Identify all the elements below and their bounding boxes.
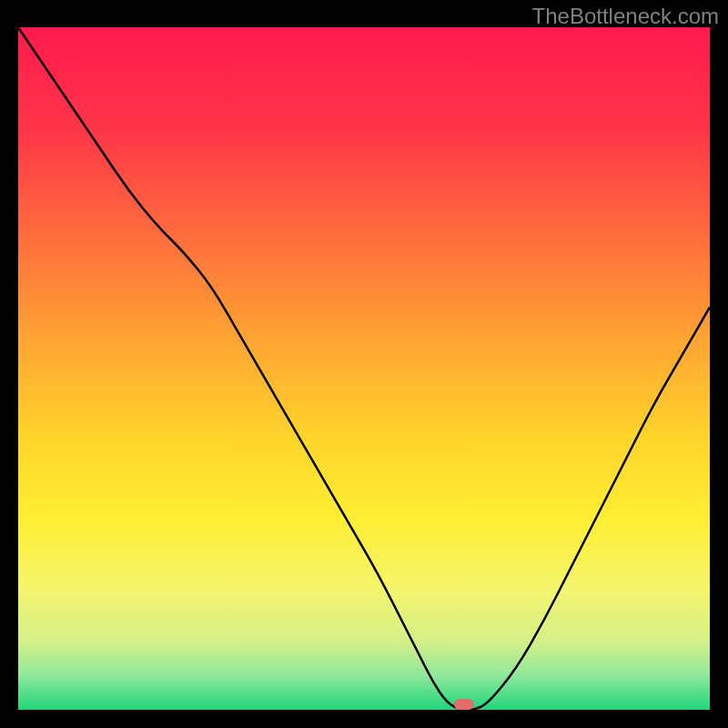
optimum-marker [454,699,474,710]
watermark-text: TheBottleneck.com [532,4,719,29]
plot-area [18,27,710,710]
bottleneck-curve [18,27,710,710]
chart-container: TheBottleneck.com [0,0,728,728]
